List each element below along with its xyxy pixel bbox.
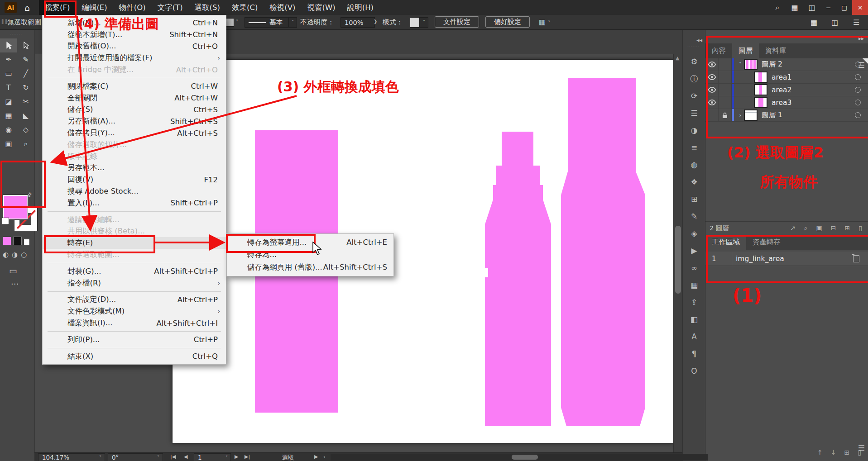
file-menu-item-24[interactable]: 指令檔(R)› bbox=[43, 277, 226, 289]
file-menu-item-20[interactable]: 轉存(E)› bbox=[43, 237, 226, 249]
artboards-icon[interactable]: ▦ bbox=[691, 276, 698, 294]
paragraph-icon[interactable]: ¶ bbox=[692, 345, 697, 362]
draw-normal-icon[interactable]: ◐ bbox=[3, 251, 9, 259]
status-collapse-icon[interactable]: ‹ bbox=[323, 454, 325, 460]
file-menu-item-10[interactable]: 儲存拷貝(Y)...Alt+Ctrl+S bbox=[43, 127, 226, 139]
gradient-swatch-button[interactable] bbox=[13, 237, 22, 245]
artboards-tab-資產轉存[interactable]: 資產轉存 bbox=[746, 235, 787, 250]
file-menu-item-26[interactable]: 文件設定(D)...Alt+Ctrl+P bbox=[43, 294, 226, 306]
draw-behind-icon[interactable]: ◑ bbox=[12, 251, 18, 259]
artboard-row[interactable]: 1 img_link_area bbox=[705, 252, 868, 266]
arrange-documents-icon[interactable]: ◫ bbox=[803, 3, 820, 12]
layer-target-circle[interactable] bbox=[855, 62, 861, 67]
line-tool[interactable]: ╱ bbox=[17, 67, 34, 81]
screen-mode-icon[interactable]: ▭ bbox=[9, 266, 17, 276]
file-menu-item-3[interactable]: 打開最近使用過的檔案(F)› bbox=[43, 52, 226, 64]
vertical-scrollbar[interactable]: ▲ bbox=[673, 54, 683, 452]
export-submenu-item-2[interactable]: 儲存為網頁用 (舊版)...Alt+Shift+Ctrl+S bbox=[227, 261, 393, 274]
artboard-number-dropdown[interactable]: 1 ˅ bbox=[194, 453, 231, 461]
layer-name[interactable]: area2 bbox=[772, 86, 855, 94]
shape-area2[interactable] bbox=[485, 132, 551, 426]
visibility-cell[interactable] bbox=[705, 109, 719, 121]
move-down-icon[interactable]: ↓ bbox=[831, 449, 836, 456]
lock-icon[interactable] bbox=[719, 109, 732, 121]
layer-thumbnail[interactable] bbox=[744, 109, 758, 121]
symbols-icon[interactable]: ◈ bbox=[691, 225, 697, 242]
layer-name[interactable]: 圖層 2 bbox=[762, 60, 855, 69]
file-menu-item-7[interactable]: 全部關閉Alt+Ctrl+W bbox=[43, 92, 226, 104]
file-menu-item-27[interactable]: 文件色彩模式(M)› bbox=[43, 305, 226, 317]
maximize-button[interactable]: ▢ bbox=[836, 0, 852, 15]
rectangle-tool[interactable]: ▭ bbox=[0, 67, 17, 81]
align-options-icon[interactable]: ▦˅ bbox=[539, 18, 550, 26]
layer-target-circle[interactable] bbox=[855, 112, 861, 118]
visibility-eye-icon[interactable] bbox=[705, 71, 719, 83]
zoom-tool[interactable]: ⌕ bbox=[17, 137, 34, 151]
new-artboard-icon[interactable]: ⊞ bbox=[844, 449, 850, 456]
status-expand-icon[interactable]: ▶ bbox=[314, 454, 318, 460]
file-menu-item-9[interactable]: 另存新檔(A)...Shift+Ctrl+S bbox=[43, 115, 226, 127]
zoom-level-dropdown[interactable]: 104.17% ˅ bbox=[38, 453, 105, 461]
layout-grid-icon[interactable]: ▦ bbox=[810, 18, 817, 27]
search-icon[interactable]: ⌕ bbox=[769, 3, 786, 12]
layer-row-area2[interactable]: area2 bbox=[705, 84, 868, 96]
menubar-item-t[interactable]: 文字(T) bbox=[152, 0, 189, 15]
edit-toolbar-icon[interactable]: ⋯ bbox=[11, 279, 19, 288]
layer-thumbnail[interactable] bbox=[754, 97, 767, 108]
opacity-value[interactable]: 100% bbox=[340, 17, 375, 28]
properties-icon[interactable]: ⚙ bbox=[691, 53, 697, 70]
menubar-item-f[interactable]: 檔案(F) bbox=[39, 0, 76, 15]
menubar-item-w[interactable]: 視窗(W) bbox=[302, 0, 341, 15]
lock-cell[interactable] bbox=[719, 96, 732, 109]
stroke-color-swatch[interactable] bbox=[225, 18, 234, 27]
preferences-button[interactable]: 偏好設定 bbox=[485, 16, 530, 28]
layer-row-area3[interactable]: area3 bbox=[705, 96, 868, 109]
chevron-right-icon[interactable]: › bbox=[737, 112, 744, 119]
file-menu-item-14[interactable]: 回復(V)F12 bbox=[43, 174, 226, 185]
pathfinder-icon[interactable]: ❖ bbox=[691, 173, 697, 190]
delete-layer-icon[interactable]: ▯ bbox=[858, 224, 862, 232]
next-artboard-icon[interactable]: ▶ bbox=[235, 454, 238, 460]
locate-object-icon[interactable]: ⌕ bbox=[804, 224, 808, 232]
layer-name[interactable]: 圖層 1 bbox=[762, 110, 855, 120]
new-layer-icon[interactable]: ⊞ bbox=[845, 224, 850, 232]
shape-area3[interactable] bbox=[561, 78, 645, 426]
menubar-item-s[interactable]: 選取(S) bbox=[189, 0, 226, 15]
make-clipping-mask-icon[interactable]: ▣ bbox=[816, 224, 822, 232]
stroke-swatch-chevron-icon[interactable]: ˅ bbox=[236, 19, 238, 24]
style-swatch[interactable] bbox=[410, 17, 420, 28]
file-menu-item-0[interactable]: 新增(N)...Ctrl+N bbox=[43, 17, 226, 29]
menubar-item-h[interactable]: 說明(H) bbox=[341, 0, 379, 15]
collect-for-export-icon[interactable]: ↗ bbox=[790, 224, 796, 232]
file-menu-item-8[interactable]: 儲存(S)Ctrl+S bbox=[43, 104, 226, 116]
file-menu-item-1[interactable]: 從範本新增(T)...Shift+Ctrl+N bbox=[43, 29, 226, 41]
curvature-tool[interactable]: ✎ bbox=[17, 52, 34, 67]
layers-tab-內容[interactable]: 內容 bbox=[705, 43, 732, 58]
panel-toggle-icon[interactable]: ◫ bbox=[831, 18, 838, 27]
hand-tool[interactable]: ◇ bbox=[17, 123, 34, 137]
horizontal-scrollbar[interactable] bbox=[331, 454, 708, 461]
file-menu-item-6[interactable]: 關閉檔案(C)Ctrl+W bbox=[43, 81, 226, 92]
asset-export-icon[interactable]: ⇪ bbox=[691, 294, 697, 311]
blend-tool[interactable]: ◉ bbox=[0, 123, 17, 137]
file-menu-item-30[interactable]: 列印(P)...Ctrl+P bbox=[43, 334, 226, 346]
file-menu-item-2[interactable]: 開啟舊檔(O)...Ctrl+O bbox=[43, 41, 226, 52]
file-menu-item-13[interactable]: 另存範本... bbox=[43, 162, 226, 174]
color-icon[interactable]: ◧ bbox=[691, 311, 698, 328]
lock-cell[interactable] bbox=[719, 71, 732, 83]
menubar-item-e[interactable]: 編輯(E) bbox=[76, 0, 113, 15]
app-icon[interactable]: Ai bbox=[5, 2, 17, 13]
layer-target-circle[interactable] bbox=[855, 100, 861, 105]
file-menu-item-15[interactable]: 搜尋 Adobe Stock... bbox=[43, 185, 226, 197]
stroke-style-dropdown[interactable]: 基本 bbox=[245, 17, 289, 28]
layer-thumbnail[interactable] bbox=[744, 59, 758, 70]
controlbar-menu-icon[interactable]: ☰ bbox=[853, 18, 859, 27]
layer-name[interactable]: area3 bbox=[772, 99, 855, 107]
scroll-up-icon[interactable]: ▲ bbox=[676, 55, 679, 61]
swatches-icon[interactable]: ⊞ bbox=[691, 190, 697, 208]
eyedropper-tool[interactable]: ◣ bbox=[17, 109, 34, 123]
collapse-panels-icon[interactable]: ▸▸ bbox=[858, 35, 864, 42]
gradient-icon[interactable]: ◑ bbox=[691, 122, 698, 139]
none-swatch-button[interactable] bbox=[24, 239, 30, 245]
last-artboard-icon[interactable]: ▶| bbox=[245, 454, 250, 460]
